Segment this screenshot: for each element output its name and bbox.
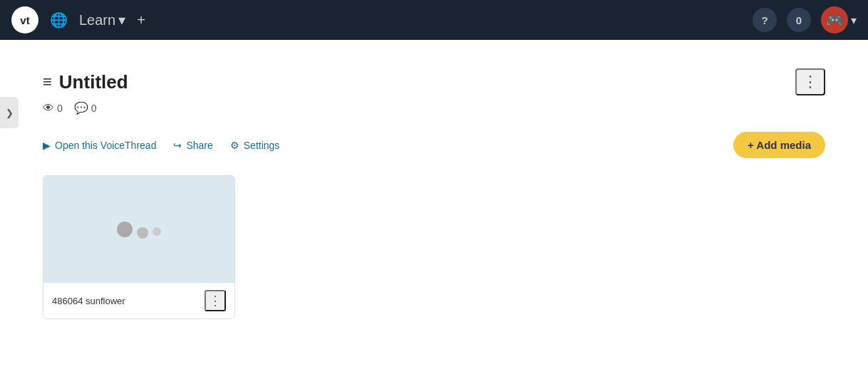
help-button[interactable]: ? [753, 8, 777, 32]
sidebar-toggle[interactable]: ❯ [0, 97, 19, 128]
dot-3 [153, 227, 161, 236]
nav-left: vt 🌐 Learn ▾ + [11, 6, 145, 33]
content-area: ≡ Untitled ⋮ 👁 0 💬 0 ▶ Open this [0, 40, 868, 348]
learn-label: Learn [79, 12, 115, 28]
media-name: 486064 sunflower [52, 296, 125, 306]
list-icon: ≡ [43, 73, 52, 91]
add-button[interactable]: + [137, 12, 145, 28]
comment-icon: 💬 [74, 101, 88, 115]
chevron-down-icon: ▾ [851, 14, 857, 27]
loading-spinner [117, 220, 161, 239]
logo-text: vt [20, 14, 29, 26]
comments-count: 0 [91, 103, 97, 114]
main-content: ❯ ≡ Untitled ⋮ 👁 0 💬 0 [0, 40, 868, 384]
avatar[interactable]: 🎮 [821, 6, 848, 33]
globe-icon[interactable]: 🌐 [50, 11, 68, 28]
stats-row: 👁 0 💬 0 [43, 101, 825, 115]
share-icon: ↪ [173, 140, 182, 151]
add-media-label: + Add media [748, 139, 811, 151]
more-options-button[interactable]: ⋮ [795, 68, 825, 95]
media-card: 486064 sunflower ⋮ [43, 175, 235, 319]
settings-label: Settings [244, 140, 280, 151]
nav-right: ? 0 🎮 ▾ [753, 6, 857, 33]
action-bar: ▶ Open this VoiceThread ↪ Share ⚙ Settin… [43, 132, 825, 158]
dot-1 [117, 222, 133, 237]
eye-icon: 👁 [43, 102, 54, 115]
help-icon: ? [761, 14, 768, 26]
dot-2 [137, 227, 148, 239]
views-stat: 👁 0 [43, 102, 63, 115]
play-icon: ▶ [43, 140, 51, 151]
more-icon: ⋮ [802, 73, 818, 90]
settings-icon: ⚙ [230, 140, 239, 151]
top-navigation: vt 🌐 Learn ▾ + ? 0 🎮 ▾ [0, 0, 868, 40]
plus-icon: + [137, 12, 145, 28]
notifications-count: 0 [796, 14, 802, 26]
media-info: 486064 sunflower ⋮ [43, 283, 234, 318]
share-button[interactable]: ↪ Share [173, 137, 212, 154]
vt-logo[interactable]: vt [11, 6, 38, 33]
open-label: Open this VoiceThread [55, 140, 156, 151]
media-thumbnail [43, 176, 234, 283]
avatar-icon: 🎮 [826, 11, 844, 28]
user-menu[interactable]: 🎮 ▾ [821, 6, 857, 33]
chevron-down-icon: ▾ [118, 11, 125, 28]
share-label: Share [186, 140, 212, 151]
learn-menu[interactable]: Learn ▾ [79, 11, 125, 28]
media-more-button[interactable]: ⋮ [205, 290, 226, 311]
notifications-button[interactable]: 0 [787, 8, 811, 32]
media-grid: 486064 sunflower ⋮ [43, 175, 825, 319]
page-title: Untitled [59, 71, 128, 93]
title-row: ≡ Untitled ⋮ [43, 68, 825, 95]
open-voicethread-button[interactable]: ▶ Open this VoiceThread [43, 137, 156, 154]
views-count: 0 [57, 103, 63, 114]
title-left: ≡ Untitled [43, 71, 128, 93]
more-icon: ⋮ [209, 294, 222, 308]
add-media-button[interactable]: + Add media [733, 132, 825, 158]
comments-stat: 💬 0 [74, 101, 97, 115]
action-bar-left: ▶ Open this VoiceThread ↪ Share ⚙ Settin… [43, 137, 279, 154]
settings-button[interactable]: ⚙ Settings [230, 137, 280, 154]
chevron-right-icon: ❯ [6, 108, 14, 118]
